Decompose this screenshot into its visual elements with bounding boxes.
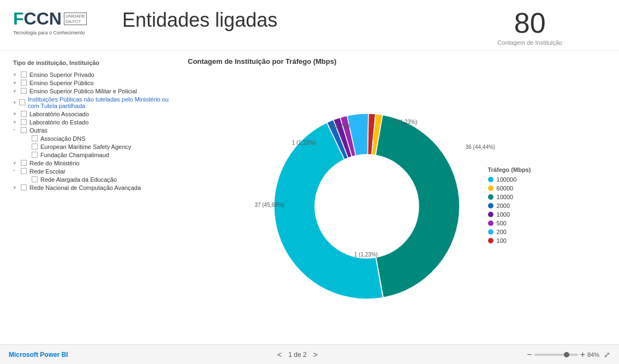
tree-checkbox-instituicoes-publicas[interactable]	[19, 99, 25, 105]
logo-subtitle: Tecnologia para o Conhecimento	[13, 30, 100, 35]
chevron-icon: ∨	[13, 120, 20, 124]
label-37: 37 (45,68%)	[254, 202, 284, 208]
logo-ccn: CCN	[24, 9, 62, 29]
chevron-icon: ∨	[13, 72, 20, 77]
tree-label-fundacao-champalimaud: Fundação Champalimaud	[40, 152, 109, 158]
tree-checkbox-outras[interactable]	[21, 127, 27, 133]
fullscreen-icon[interactable]: ⤢	[604, 350, 610, 359]
tree-checkbox-ensino-superior-privado[interactable]	[21, 71, 27, 77]
legend-item-10000[interactable]: 10000	[488, 194, 531, 200]
zoom-control: − + 84%	[527, 350, 599, 360]
legend-dot-500	[488, 220, 493, 226]
legend-item-1000[interactable]: 1000	[488, 211, 531, 218]
legend: Tráfego (Mbps) 1000006000010000200010005…	[488, 166, 531, 246]
chart-container: 37 (45,68%) 1 (1,23%) 1 (1,23%) 3 (3,7%)…	[188, 74, 606, 338]
tree-item-laboratorio-estado[interactable]: ∨Laboratório do Estado	[13, 118, 177, 126]
tree-checkbox-fundacao-champalimaud[interactable]	[32, 152, 38, 158]
label-3: 3 (3,7%)	[329, 123, 350, 129]
tree-item-rede-alargada[interactable]: Rede Alargada da Educação	[13, 175, 177, 183]
logo-area: F CCN UNIDADE DA FCT Tecnologia para o C…	[13, 9, 100, 35]
chevron-icon: ∨	[13, 185, 20, 190]
tree-label-ensino-superior-privado: Ensino Superior Privado	[29, 71, 94, 78]
legend-label-60000: 60000	[497, 185, 514, 192]
tree-label-ensino-superior-publico-militar: Ensino Superior Público Militar e Polici…	[29, 88, 137, 94]
tree-item-fundacao-champalimaud[interactable]: Fundação Champalimaud	[13, 151, 177, 159]
tree-item-outras[interactable]: ^Outras	[13, 126, 177, 134]
tree-label-laboratorio-estado: Laboratório do Estado	[29, 119, 88, 126]
label-1-bottom: 1 (1,23%)	[354, 252, 378, 258]
legend-dot-60000	[488, 186, 493, 191]
tree-label-rede-nacional: Rede Nacional de Computação Avançada	[29, 184, 141, 191]
legend-item-60000[interactable]: 60000	[488, 185, 531, 192]
chevron-icon: ∨	[13, 88, 20, 93]
tree-label-instituicoes-publicas: Instituições Públicas não tuteladas pelo…	[28, 96, 177, 109]
tree-item-ensino-superior-publico[interactable]: ∨Ensino Superior Público	[13, 79, 177, 87]
footer-center: < 1 de 2 >	[275, 350, 320, 359]
tree-checkbox-ensino-superior-publico-militar[interactable]	[21, 88, 27, 94]
legend-item-500[interactable]: 500	[488, 220, 531, 226]
main-content: F CCN UNIDADE DA FCT Tecnologia para o C…	[0, 0, 619, 344]
logo-unit: UNIDADE DA FCT	[64, 13, 87, 25]
tree-item-ensino-superior-publico-militar[interactable]: ∨Ensino Superior Público Militar e Polic…	[13, 87, 177, 95]
tree-item-instituicoes-publicas[interactable]: ∨Instituições Públicas não tuteladas pel…	[13, 95, 177, 110]
legend-item-200[interactable]: 200	[488, 229, 531, 235]
powerbi-link[interactable]: Microsoft Power BI	[9, 351, 68, 359]
tree-item-associacao-dns[interactable]: Associação DNS	[13, 134, 177, 142]
footer-right: − + 84% ⤢	[527, 350, 610, 360]
logo-fccn: F CCN UNIDADE DA FCT	[13, 9, 100, 29]
tree-item-rede-nacional[interactable]: ∨Rede Nacional de Computação Avançada	[13, 183, 177, 192]
donut-wrapper: 37 (45,68%) 1 (1,23%) 1 (1,23%) 3 (3,7%)…	[263, 103, 471, 310]
chart-area: Contagem de Instituição por Tráfego (Mbp…	[177, 57, 606, 338]
tree-item-laboratorio-associado[interactable]: ∨Laboratório Associado	[13, 110, 177, 118]
next-page-button[interactable]: >	[311, 350, 320, 359]
tree-checkbox-associacao-dns[interactable]	[32, 135, 38, 141]
zoom-thumb[interactable]	[564, 352, 569, 357]
tree-item-european-maritime[interactable]: European Maritime Safety Agency	[13, 142, 177, 151]
sidebar: Tipo de instituição, Instituição ∨Ensino…	[13, 57, 177, 338]
legend-item-2000[interactable]: 2000	[488, 202, 531, 209]
tree-label-rede-alargada: Rede Alargada da Educação	[40, 176, 117, 183]
tree-item-rede-escolar[interactable]: ^Rede Escolar	[13, 167, 177, 175]
chevron-icon: ∨	[13, 80, 20, 85]
label-1-topleft: 1 (1,23%)	[292, 140, 316, 146]
chevron-icon: ^	[13, 169, 20, 174]
legend-title: Tráfego (Mbps)	[488, 166, 531, 173]
tree-checkbox-rede-nacional[interactable]	[21, 184, 27, 190]
legend-label-2000: 2000	[497, 202, 510, 209]
tree-checkbox-laboratorio-estado[interactable]	[21, 119, 27, 125]
zoom-in-button[interactable]: +	[580, 350, 585, 360]
label-1-topright: 1 (1,23%)	[394, 119, 417, 125]
zoom-level: 84%	[587, 351, 599, 358]
legend-dot-100000	[488, 177, 493, 182]
legend-item-100[interactable]: 100	[488, 237, 531, 244]
legend-label-1000: 1000	[497, 211, 510, 218]
tree-label-european-maritime: European Maritime Safety Agency	[40, 144, 131, 150]
label-36: 36 (44,44%)	[466, 144, 495, 150]
tree-label-outras: Outras	[29, 127, 47, 134]
tree-checkbox-rede-ministerio[interactable]	[21, 160, 27, 166]
chevron-icon: ∨	[13, 160, 20, 165]
logo-f: F	[13, 9, 24, 29]
count-area: 80 Contagem de Instituição	[497, 9, 606, 46]
tree-checkbox-ensino-superior-publico[interactable]	[21, 80, 27, 86]
tree-item-rede-ministerio[interactable]: ∨Rede do Ministério	[13, 159, 177, 167]
tree-label-rede-ministerio: Rede do Ministério	[29, 160, 80, 166]
legend-dot-200	[488, 229, 493, 235]
zoom-out-button[interactable]: −	[527, 350, 532, 360]
tree-label-associacao-dns: Associação DNS	[40, 135, 86, 142]
tree-item-ensino-superior-privado[interactable]: ∨Ensino Superior Privado	[13, 70, 177, 79]
tree-checkbox-laboratorio-associado[interactable]	[21, 111, 27, 117]
tree-checkbox-rede-escolar[interactable]	[21, 168, 27, 174]
footer: Microsoft Power BI < 1 de 2 > − + 84% ⤢	[0, 344, 619, 364]
legend-dot-10000	[488, 194, 493, 200]
chevron-icon: ∨	[13, 100, 18, 105]
count-label: Contagem de Instituição	[497, 39, 562, 46]
prev-page-button[interactable]: <	[275, 350, 284, 359]
tree-container: ∨Ensino Superior Privado∨Ensino Superior…	[13, 70, 177, 192]
legend-item-100000[interactable]: 100000	[488, 176, 531, 183]
zoom-slider[interactable]	[534, 354, 578, 356]
tree-checkbox-european-maritime[interactable]	[32, 144, 38, 150]
tree-checkbox-rede-alargada[interactable]	[32, 176, 38, 182]
page-title: Entidades ligadas	[122, 9, 497, 32]
legend-dot-1000	[488, 212, 493, 217]
